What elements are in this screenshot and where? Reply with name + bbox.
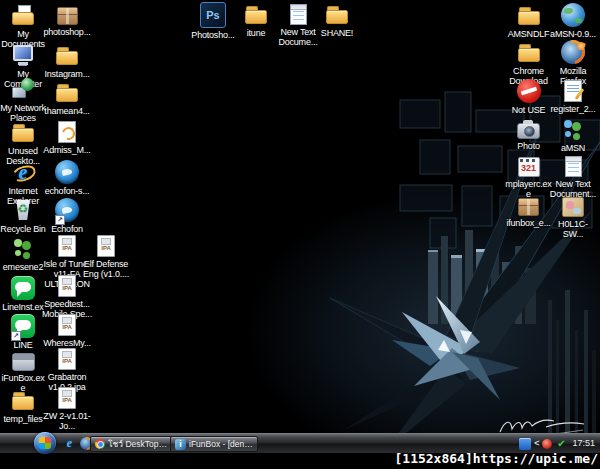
ipa-file-icon [58,387,76,409]
gray-drive-icon [12,353,35,371]
desktop-icon-wheresmy[interactable]: WheresMy... [42,313,92,348]
folder-icon [55,80,79,104]
icon-label: Admiss_M... [42,145,92,155]
ipa-file-icon [97,235,115,257]
icon-label: ifunbox_e... [505,218,552,228]
icon-label: New Text Docume... [276,27,320,47]
start-button[interactable] [34,432,56,454]
folder-icon [325,2,349,26]
desktop-icon-mplayerc[interactable]: mplayerc.exe [505,154,552,199]
icon-label: Recycle Bin [0,224,46,234]
folder-icon [517,3,541,27]
icon-label: thamean4... [42,106,92,116]
desktop-icon-itune[interactable]: itune [234,2,278,38]
task-label: iFunBox - [denwit'... [189,439,253,449]
network-places-icon [11,77,35,101]
desktop-icon-elf-defense[interactable]: Elf Defense Eng (v1.0.... [80,234,132,279]
notepad-icon [290,4,307,25]
desktop-icon-zw[interactable]: ZW 2-v1.01-Jo... [42,386,92,431]
desktop-icon-new-text-document[interactable]: New Text Document... [548,154,598,199]
no-entry-icon [517,79,541,103]
desktop-icon-shane[interactable]: SHANE! [315,2,359,38]
shortcut-arrow-icon: ↗ [55,215,65,225]
desktop-icon-line[interactable]: ↗LINE [0,314,46,350]
desktop-icon-temp-files[interactable]: temp_files [0,388,46,424]
internet-explorer-icon [11,160,35,184]
icon-label: Photo [505,141,552,151]
watermark-site: https://upic.me/ [473,449,598,469]
taskbar-task-ifunbox-window[interactable]: iFunBox - [denwit'... [170,436,258,452]
echofon-bird-icon [55,160,79,184]
desktop-icon-instagram[interactable]: Instagram... [42,43,92,79]
watermark-resolution: [1152x864] [394,449,472,469]
media-player-classic-icon [518,157,540,177]
desktop-icon-echofon-s[interactable]: echofon-s... [42,160,92,196]
chrome-icon [95,439,105,449]
desktop-icon-my-network-places[interactable]: My Network Places [0,77,46,123]
package-box-icon [518,198,539,216]
desktop-icon-photoshop-app[interactable]: Photosho... [191,2,235,40]
ipa-file-icon [58,348,76,370]
globe-sphere-icon [561,3,585,27]
desktop-icon-h0l1c-sw[interactable]: H0L1C-SW... [548,194,598,239]
desktop-icon-amsn-09[interactable]: aMSN-0.9... [548,3,598,39]
icon-label: AMSNDLF [505,29,552,39]
emesene-people-icon [11,236,35,260]
desktop-icon-ifunbox-e[interactable]: ifunbox_e... [505,194,552,228]
ipa-file-icon [58,314,76,336]
icon-label: ZW 2-v1.01-Jo... [42,411,92,431]
desktop-icon-amsndlf[interactable]: AMSNDLF [505,3,552,39]
recycle-bin-icon [11,198,35,222]
folder-icon [244,2,268,26]
icon-label: register_2... [548,104,598,114]
task-label: โชว์ DeskTop กันอะ... [108,437,169,451]
computer-icon [11,43,35,67]
ipa-file-icon [58,275,76,297]
desktop-icon-photoshop-folder[interactable]: photoshop... [42,3,92,37]
document-swirl-icon [58,121,76,143]
watermark: [1152x864] https://upic.me/ [394,449,598,469]
desktop-icon-photo[interactable]: Photo [505,117,552,151]
messenger-status-icon[interactable] [542,439,552,449]
icon-label: Elf Defense Eng (v1.0.... [80,259,132,279]
icon-label: Instagram... [42,69,92,79]
icon-label: temp_files [0,414,46,424]
icon-label: Not USE [505,105,552,115]
line-app-icon [11,276,35,300]
icon-label: photoshop... [42,27,92,37]
desktop-icon-new-text-docume[interactable]: New Text Docume... [276,2,320,47]
folder-icon [55,43,79,67]
desktop-icon-thamean4[interactable]: thamean4... [42,80,92,116]
desktop-icon-emesene2[interactable]: emesene2 [0,236,46,272]
desktop-icon-admiss-m[interactable]: Admiss_M... [42,120,92,155]
icon-label: emesene2 [0,262,46,272]
internet-explorer-quicklaunch-icon[interactable] [63,437,76,450]
icon-label: itune [234,28,278,38]
desktop-icon-echofon[interactable]: ↗Echofon [42,198,92,234]
folder-icon [517,40,541,64]
desktop-icon-amsn[interactable]: aMSN [548,117,598,153]
ifunbox-icon [175,439,186,450]
desktop-icon-recycle-bin[interactable]: Recycle Bin [0,198,46,234]
icon-label: aMSN-0.9... [548,29,598,39]
update-ok-check-icon[interactable] [555,438,567,450]
icon-label: H0L1C-SW... [548,219,598,239]
register-document-icon [564,80,582,102]
taskbar-task-chrome-window[interactable]: โชว์ DeskTop กันอะ... [90,436,174,452]
desktop-icon-not-use[interactable]: Not USE [505,79,552,115]
icon-label: Echofon [42,224,92,234]
camera-icon [517,123,540,139]
folder-icon [11,120,35,144]
image-thumbnail-icon [562,197,584,217]
notepad-icon [565,156,582,177]
folder-icon [11,388,35,412]
desktop-icon-ifunbox-exe[interactable]: iFunBox.exe [0,349,46,393]
icon-label: echofon-s... [42,186,92,196]
msn-people-icon [561,117,585,141]
desktop-icon-register-2[interactable]: register_2... [548,79,598,114]
icon-label: Photosho... [191,30,235,40]
package-box-icon [57,7,78,25]
icon-label: SHANE! [315,28,359,38]
language-indicator-icon[interactable] [519,438,531,450]
folder-document-icon [11,3,35,27]
